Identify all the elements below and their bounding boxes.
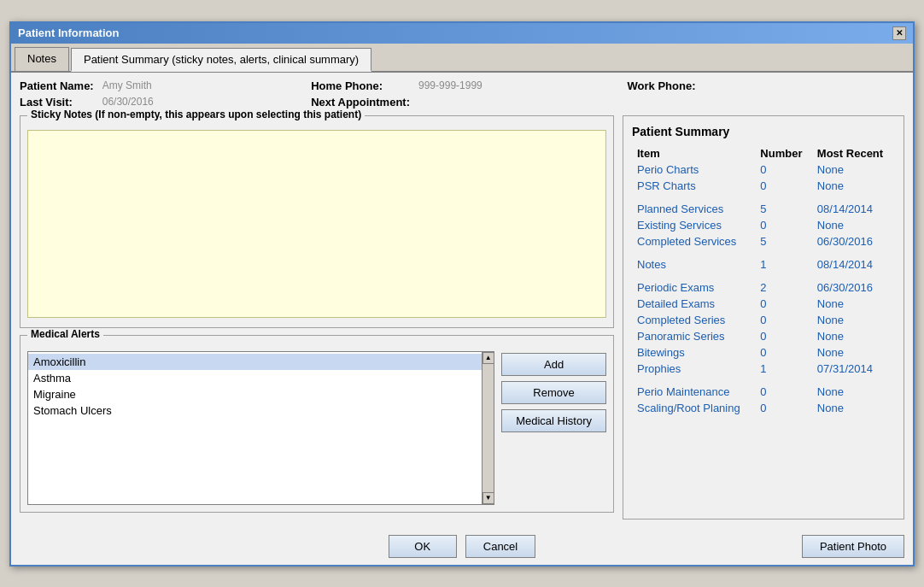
summary-item-name: Planned Services	[632, 201, 755, 217]
table-spacer-row	[632, 273, 895, 279]
table-row: Panoramic Series0None	[632, 328, 895, 344]
table-row: Detailed Exams0None	[632, 296, 895, 312]
summary-item-name: Periodic Exams	[632, 279, 755, 296]
summary-item-name: Prophies	[632, 361, 755, 377]
summary-item-name: Completed Series	[632, 312, 755, 328]
table-row: Existing Services0None	[632, 217, 895, 233]
medical-alerts-title: Medical Alerts	[27, 328, 103, 340]
left-panel: Sticky Notes (If non-empty, this appears…	[20, 115, 614, 519]
patient-name-label: Patient Name:	[20, 79, 94, 92]
remove-alert-button[interactable]: Remove	[501, 381, 606, 404]
footer-center-buttons: OK Cancel	[20, 535, 904, 558]
table-spacer-row	[632, 249, 895, 256]
sticky-notes-input[interactable]	[27, 130, 606, 318]
right-panel: Patient Summary Item Number Most Recent …	[623, 115, 904, 519]
summary-item-number: 0	[755, 161, 811, 178]
summary-item-most-recent: 06/30/2016	[812, 233, 895, 249]
summary-item-number: 0	[755, 328, 811, 344]
summary-item-number: 5	[755, 233, 811, 249]
tab-bar: Notes Patient Summary (sticky notes, ale…	[11, 44, 913, 73]
table-row: PSR Charts0None	[632, 178, 895, 194]
summary-item-most-recent: None	[812, 217, 895, 233]
alerts-list: Amoxicillin Asthma Migraine Stomach Ulce…	[28, 352, 494, 420]
summary-item-name: Perio Maintenance	[632, 384, 755, 400]
summary-item-most-recent: None	[812, 178, 895, 194]
table-row: Completed Series0None	[632, 312, 895, 328]
footer: OK Cancel Patient Photo	[11, 528, 913, 565]
tab-patient-summary[interactable]: Patient Summary (sticky notes, alerts, c…	[71, 48, 371, 72]
table-spacer-row	[632, 194, 895, 201]
summary-item-most-recent: None	[812, 312, 895, 328]
patient-summary-title: Patient Summary	[632, 125, 895, 138]
work-phone-label: Work Phone:	[628, 79, 696, 92]
alert-item[interactable]: Asthma	[28, 370, 494, 386]
next-appt-label: Next Appointment:	[311, 96, 410, 109]
table-row: Planned Services508/14/2014	[632, 201, 895, 217]
summary-table: Item Number Most Recent Perio Charts0Non…	[632, 145, 895, 416]
patient-info-grid: Patient Name: Amy Smith Home Phone: 999-…	[20, 79, 904, 109]
summary-item-most-recent: None	[812, 328, 895, 344]
summary-item-number: 0	[755, 296, 811, 312]
summary-item-most-recent: None	[812, 161, 895, 178]
summary-item-number: 0	[755, 384, 811, 400]
summary-item-number: 0	[755, 312, 811, 328]
scroll-up-arrow[interactable]: ▲	[482, 352, 494, 364]
medical-alerts-group: Medical Alerts Amoxicillin Asthma Migrai…	[20, 335, 614, 513]
table-row: Periodic Exams206/30/2016	[632, 279, 895, 296]
summary-item-most-recent: None	[812, 400, 895, 416]
col-header-number: Number	[755, 145, 811, 161]
summary-item-name: Existing Services	[632, 217, 755, 233]
main-layout: Sticky Notes (If non-empty, this appears…	[20, 115, 904, 519]
summary-item-most-recent: 06/30/2016	[812, 279, 895, 296]
scrollbar[interactable]: ▲ ▼	[482, 352, 494, 504]
alert-item[interactable]: Stomach Ulcers	[28, 402, 494, 419]
sticky-notes-group: Sticky Notes (If non-empty, this appears…	[20, 115, 614, 328]
alert-item[interactable]: Migraine	[28, 386, 494, 402]
table-row: Perio Maintenance0None	[632, 384, 895, 400]
alerts-inner: Amoxicillin Asthma Migraine Stomach Ulce…	[27, 351, 606, 505]
home-phone-label: Home Phone:	[311, 79, 410, 92]
sticky-notes-title: Sticky Notes (If non-empty, this appears…	[27, 109, 365, 120]
summary-item-most-recent: 07/31/2014	[812, 361, 895, 377]
summary-item-number: 1	[755, 361, 811, 377]
summary-item-name: Panoramic Series	[632, 328, 755, 344]
patient-name-value: Amy Smith	[102, 79, 303, 91]
alert-item[interactable]: Amoxicillin	[28, 354, 494, 370]
summary-item-most-recent: 08/14/2014	[812, 201, 895, 217]
summary-item-number: 0	[755, 344, 811, 361]
summary-item-name: Completed Services	[632, 233, 755, 249]
table-row: Prophies107/31/2014	[632, 361, 895, 377]
summary-item-number: 0	[755, 178, 811, 194]
ok-button[interactable]: OK	[389, 535, 457, 558]
summary-item-most-recent: None	[812, 384, 895, 400]
table-row: Scaling/Root Planing0None	[632, 400, 895, 416]
add-alert-button[interactable]: Add	[501, 353, 606, 376]
summary-item-number: 0	[755, 217, 811, 233]
table-row: Completed Services506/30/2016	[632, 233, 895, 249]
summary-item-name: Detailed Exams	[632, 296, 755, 312]
summary-item-name: Notes	[632, 256, 755, 273]
last-visit-value: 06/30/2016	[102, 96, 303, 108]
summary-item-number: 1	[755, 256, 811, 273]
summary-item-most-recent: None	[812, 296, 895, 312]
last-visit-label: Last Visit:	[20, 96, 94, 109]
patient-photo-button[interactable]: Patient Photo	[802, 535, 904, 558]
patient-information-window: Patient Information ✕ Notes Patient Summ…	[9, 21, 915, 566]
tab-notes[interactable]: Notes	[15, 47, 69, 71]
summary-item-most-recent: 08/14/2014	[812, 256, 895, 273]
summary-item-name: Bitewings	[632, 344, 755, 361]
table-spacer-row	[632, 377, 895, 384]
summary-item-most-recent: None	[812, 344, 895, 361]
summary-item-number: 2	[755, 279, 811, 296]
home-phone-value: 999-999-1999	[418, 79, 619, 91]
table-row: Notes108/14/2014	[632, 256, 895, 273]
summary-item-name: PSR Charts	[632, 178, 755, 194]
patient-summary-box: Patient Summary Item Number Most Recent …	[623, 115, 904, 519]
table-row: Perio Charts0None	[632, 161, 895, 178]
medical-history-button[interactable]: Medical History	[501, 409, 606, 432]
cancel-button[interactable]: Cancel	[465, 535, 535, 558]
scroll-down-arrow[interactable]: ▼	[482, 492, 494, 504]
col-header-most-recent: Most Recent	[812, 145, 895, 161]
close-button[interactable]: ✕	[892, 26, 906, 40]
summary-item-name: Scaling/Root Planing	[632, 400, 755, 416]
